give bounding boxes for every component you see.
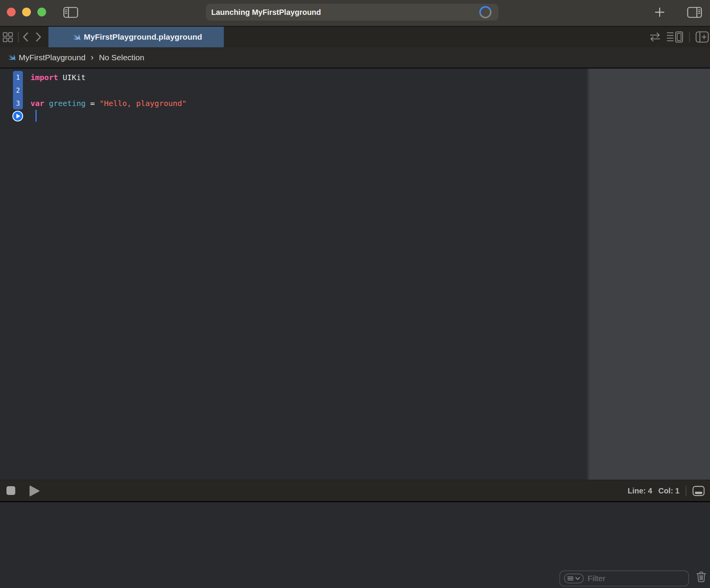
token-identifier: greeting <box>49 99 85 108</box>
token-keyword: var <box>31 99 44 108</box>
hide-debug-area-icon[interactable] <box>692 486 705 496</box>
tab-myfirstplayground[interactable]: MyFirstPlayground.playground <box>48 27 224 47</box>
console-filter-field[interactable] <box>559 570 689 586</box>
activity-text: Launching MyFirstPlayground <box>211 8 321 17</box>
minimize-window-button[interactable] <box>22 8 31 16</box>
forward-chevron-icon[interactable] <box>35 27 42 47</box>
plus-icon[interactable] <box>655 7 665 17</box>
code-line[interactable]: 1import UIKit <box>0 71 587 84</box>
related-items-icon[interactable] <box>648 27 662 47</box>
debug-console[interactable] <box>0 502 710 588</box>
filter-input[interactable] <box>588 574 684 583</box>
code-line[interactable]: 2 <box>0 84 587 97</box>
xcode-window: Launching MyFirstPlayground <box>0 0 710 588</box>
token-string: "Hello, playground" <box>100 99 187 108</box>
tab-bar: MyFirstPlayground.playground <box>0 27 710 47</box>
progress-spinner <box>479 6 492 18</box>
debugbar-separator <box>686 486 686 496</box>
text-cursor <box>35 110 37 122</box>
line-number[interactable]: 1 <box>13 71 23 84</box>
code-text: var greeting = "Hello, playground" <box>23 97 186 110</box>
swift-icon <box>70 32 80 42</box>
playground-results-sidebar <box>589 69 710 480</box>
tabbar-separator-right <box>689 32 690 42</box>
code-line[interactable]: 3var greeting = "Hello, playground" <box>0 97 587 110</box>
token-plain: = <box>86 99 100 108</box>
inspector-toggle-icon[interactable] <box>687 7 702 18</box>
code-text <box>23 84 31 97</box>
zoom-window-button[interactable] <box>37 8 46 16</box>
stop-icon[interactable] <box>6 486 15 495</box>
debug-bar: Line: 4 Col: 1 <box>0 480 710 501</box>
token-plain <box>44 99 49 108</box>
play-line-button[interactable] <box>12 111 23 122</box>
sidebar-toggle-icon[interactable] <box>63 7 79 18</box>
tab-label: MyFirstPlayground.playground <box>84 32 202 42</box>
chevron-down-icon <box>576 578 580 580</box>
filter-icon[interactable] <box>564 574 584 583</box>
line-number[interactable]: 2 <box>13 84 23 97</box>
swift-icon <box>5 52 16 63</box>
breadcrumb-separator: › <box>91 53 93 63</box>
tab-overview-icon[interactable] <box>3 27 13 47</box>
back-chevron-icon[interactable] <box>22 27 29 47</box>
tabbar-separator <box>18 32 19 42</box>
editor-options-icon[interactable] <box>667 27 684 47</box>
activity-viewer[interactable]: Launching MyFirstPlayground <box>206 4 498 21</box>
code-lines: 1import UIKit23var greeting = "Hello, pl… <box>0 71 587 110</box>
trash-icon[interactable] <box>696 571 706 583</box>
add-editor-icon[interactable] <box>696 27 709 47</box>
breadcrumb-project[interactable]: MyFirstPlayground <box>19 53 85 62</box>
col-indicator: Col: 1 <box>658 487 679 495</box>
token-keyword: import <box>31 73 58 82</box>
line-number[interactable]: 3 <box>13 97 23 110</box>
code-text: import UIKit <box>23 71 86 84</box>
token-plain: UIKit <box>58 73 85 82</box>
source-editor[interactable]: 1import UIKit23var greeting = "Hello, pl… <box>0 69 587 480</box>
code-line-4[interactable] <box>0 110 587 123</box>
breadcrumb-selection[interactable]: No Selection <box>99 53 144 62</box>
titlebar: Launching MyFirstPlayground <box>0 0 710 26</box>
jump-bar: MyFirstPlayground › No Selection <box>0 47 710 67</box>
close-window-button[interactable] <box>7 8 16 16</box>
play-icon[interactable] <box>29 485 40 497</box>
line-indicator: Line: 4 <box>628 487 652 495</box>
